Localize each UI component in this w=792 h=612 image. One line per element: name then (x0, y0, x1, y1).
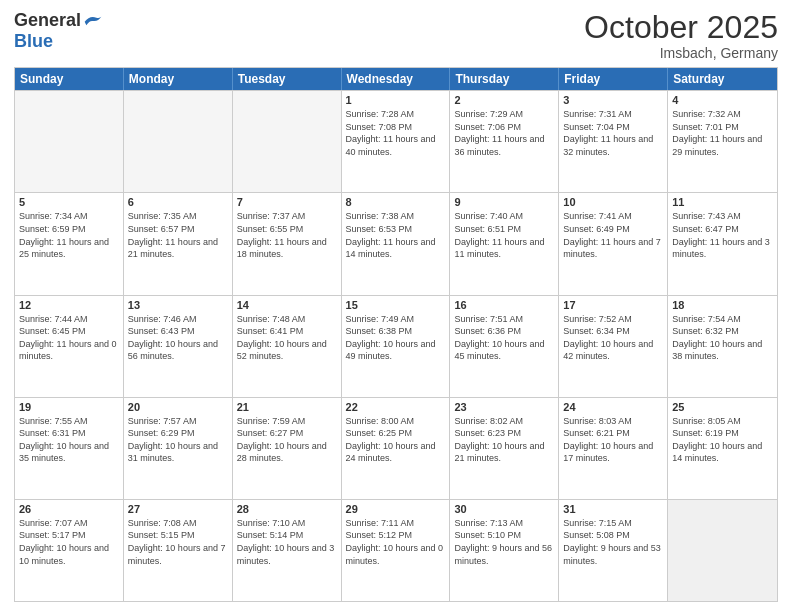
day-info: Sunrise: 7:37 AM Sunset: 6:55 PM Dayligh… (237, 210, 337, 260)
day-number: 18 (672, 299, 773, 311)
day-number: 8 (346, 196, 446, 208)
logo-blue-text: Blue (14, 31, 53, 52)
day-number: 17 (563, 299, 663, 311)
calendar-cell-day-29: 29Sunrise: 7:11 AM Sunset: 5:12 PM Dayli… (342, 500, 451, 601)
day-number: 3 (563, 94, 663, 106)
day-number: 16 (454, 299, 554, 311)
day-info: Sunrise: 7:32 AM Sunset: 7:01 PM Dayligh… (672, 108, 773, 158)
day-number: 23 (454, 401, 554, 413)
calendar-cell-day-23: 23Sunrise: 8:02 AM Sunset: 6:23 PM Dayli… (450, 398, 559, 499)
calendar-cell-day-22: 22Sunrise: 8:00 AM Sunset: 6:25 PM Dayli… (342, 398, 451, 499)
day-number: 4 (672, 94, 773, 106)
calendar-cell-day-11: 11Sunrise: 7:43 AM Sunset: 6:47 PM Dayli… (668, 193, 777, 294)
day-info: Sunrise: 8:03 AM Sunset: 6:21 PM Dayligh… (563, 415, 663, 465)
calendar-week-2: 5Sunrise: 7:34 AM Sunset: 6:59 PM Daylig… (15, 192, 777, 294)
day-number: 26 (19, 503, 119, 515)
day-number: 22 (346, 401, 446, 413)
header-sunday: Sunday (15, 68, 124, 90)
calendar-cell-day-15: 15Sunrise: 7:49 AM Sunset: 6:38 PM Dayli… (342, 296, 451, 397)
day-info: Sunrise: 7:43 AM Sunset: 6:47 PM Dayligh… (672, 210, 773, 260)
day-number: 1 (346, 94, 446, 106)
calendar-cell-empty (124, 91, 233, 192)
calendar-cell-day-13: 13Sunrise: 7:46 AM Sunset: 6:43 PM Dayli… (124, 296, 233, 397)
day-number: 7 (237, 196, 337, 208)
logo-general-text: General (14, 10, 81, 31)
calendar-cell-day-5: 5Sunrise: 7:34 AM Sunset: 6:59 PM Daylig… (15, 193, 124, 294)
day-number: 20 (128, 401, 228, 413)
logo-bird-icon (83, 13, 103, 29)
calendar-cell-empty (668, 500, 777, 601)
page: General Blue October 2025 Imsbach, Germa… (0, 0, 792, 612)
day-number: 10 (563, 196, 663, 208)
calendar-cell-day-9: 9Sunrise: 7:40 AM Sunset: 6:51 PM Daylig… (450, 193, 559, 294)
day-info: Sunrise: 7:55 AM Sunset: 6:31 PM Dayligh… (19, 415, 119, 465)
calendar-cell-day-4: 4Sunrise: 7:32 AM Sunset: 7:01 PM Daylig… (668, 91, 777, 192)
calendar-cell-empty (15, 91, 124, 192)
day-number: 25 (672, 401, 773, 413)
calendar-cell-day-8: 8Sunrise: 7:38 AM Sunset: 6:53 PM Daylig… (342, 193, 451, 294)
calendar-cell-day-25: 25Sunrise: 8:05 AM Sunset: 6:19 PM Dayli… (668, 398, 777, 499)
calendar-body: 1Sunrise: 7:28 AM Sunset: 7:08 PM Daylig… (15, 90, 777, 601)
calendar-cell-day-7: 7Sunrise: 7:37 AM Sunset: 6:55 PM Daylig… (233, 193, 342, 294)
calendar-cell-day-6: 6Sunrise: 7:35 AM Sunset: 6:57 PM Daylig… (124, 193, 233, 294)
calendar-week-1: 1Sunrise: 7:28 AM Sunset: 7:08 PM Daylig… (15, 90, 777, 192)
day-info: Sunrise: 7:54 AM Sunset: 6:32 PM Dayligh… (672, 313, 773, 363)
calendar-week-3: 12Sunrise: 7:44 AM Sunset: 6:45 PM Dayli… (15, 295, 777, 397)
day-info: Sunrise: 7:29 AM Sunset: 7:06 PM Dayligh… (454, 108, 554, 158)
day-info: Sunrise: 7:35 AM Sunset: 6:57 PM Dayligh… (128, 210, 228, 260)
day-info: Sunrise: 7:52 AM Sunset: 6:34 PM Dayligh… (563, 313, 663, 363)
day-info: Sunrise: 7:07 AM Sunset: 5:17 PM Dayligh… (19, 517, 119, 567)
day-number: 28 (237, 503, 337, 515)
day-number: 11 (672, 196, 773, 208)
calendar-cell-day-21: 21Sunrise: 7:59 AM Sunset: 6:27 PM Dayli… (233, 398, 342, 499)
day-number: 15 (346, 299, 446, 311)
header-saturday: Saturday (668, 68, 777, 90)
day-info: Sunrise: 8:02 AM Sunset: 6:23 PM Dayligh… (454, 415, 554, 465)
calendar-week-4: 19Sunrise: 7:55 AM Sunset: 6:31 PM Dayli… (15, 397, 777, 499)
calendar-cell-day-12: 12Sunrise: 7:44 AM Sunset: 6:45 PM Dayli… (15, 296, 124, 397)
day-info: Sunrise: 7:38 AM Sunset: 6:53 PM Dayligh… (346, 210, 446, 260)
header-thursday: Thursday (450, 68, 559, 90)
header-monday: Monday (124, 68, 233, 90)
day-info: Sunrise: 7:10 AM Sunset: 5:14 PM Dayligh… (237, 517, 337, 567)
calendar-cell-day-16: 16Sunrise: 7:51 AM Sunset: 6:36 PM Dayli… (450, 296, 559, 397)
calendar-cell-day-1: 1Sunrise: 7:28 AM Sunset: 7:08 PM Daylig… (342, 91, 451, 192)
day-number: 29 (346, 503, 446, 515)
month-title: October 2025 (584, 10, 778, 45)
header-tuesday: Tuesday (233, 68, 342, 90)
day-info: Sunrise: 8:00 AM Sunset: 6:25 PM Dayligh… (346, 415, 446, 465)
calendar-cell-empty (233, 91, 342, 192)
calendar-cell-day-18: 18Sunrise: 7:54 AM Sunset: 6:32 PM Dayli… (668, 296, 777, 397)
day-number: 14 (237, 299, 337, 311)
calendar-cell-day-24: 24Sunrise: 8:03 AM Sunset: 6:21 PM Dayli… (559, 398, 668, 499)
header-wednesday: Wednesday (342, 68, 451, 90)
day-info: Sunrise: 7:44 AM Sunset: 6:45 PM Dayligh… (19, 313, 119, 363)
day-number: 2 (454, 94, 554, 106)
day-number: 24 (563, 401, 663, 413)
day-info: Sunrise: 7:28 AM Sunset: 7:08 PM Dayligh… (346, 108, 446, 158)
day-info: Sunrise: 7:46 AM Sunset: 6:43 PM Dayligh… (128, 313, 228, 363)
calendar-cell-day-31: 31Sunrise: 7:15 AM Sunset: 5:08 PM Dayli… (559, 500, 668, 601)
location: Imsbach, Germany (584, 45, 778, 61)
calendar-cell-day-14: 14Sunrise: 7:48 AM Sunset: 6:41 PM Dayli… (233, 296, 342, 397)
calendar-cell-day-27: 27Sunrise: 7:08 AM Sunset: 5:15 PM Dayli… (124, 500, 233, 601)
day-info: Sunrise: 7:57 AM Sunset: 6:29 PM Dayligh… (128, 415, 228, 465)
day-info: Sunrise: 7:08 AM Sunset: 5:15 PM Dayligh… (128, 517, 228, 567)
day-info: Sunrise: 7:40 AM Sunset: 6:51 PM Dayligh… (454, 210, 554, 260)
day-number: 19 (19, 401, 119, 413)
day-info: Sunrise: 7:13 AM Sunset: 5:10 PM Dayligh… (454, 517, 554, 567)
calendar-cell-day-28: 28Sunrise: 7:10 AM Sunset: 5:14 PM Dayli… (233, 500, 342, 601)
day-number: 12 (19, 299, 119, 311)
day-number: 13 (128, 299, 228, 311)
calendar-week-5: 26Sunrise: 7:07 AM Sunset: 5:17 PM Dayli… (15, 499, 777, 601)
day-number: 9 (454, 196, 554, 208)
calendar-cell-day-3: 3Sunrise: 7:31 AM Sunset: 7:04 PM Daylig… (559, 91, 668, 192)
day-number: 30 (454, 503, 554, 515)
day-info: Sunrise: 7:41 AM Sunset: 6:49 PM Dayligh… (563, 210, 663, 260)
logo: General Blue (14, 10, 103, 52)
day-info: Sunrise: 7:15 AM Sunset: 5:08 PM Dayligh… (563, 517, 663, 567)
day-info: Sunrise: 7:49 AM Sunset: 6:38 PM Dayligh… (346, 313, 446, 363)
header-friday: Friday (559, 68, 668, 90)
day-info: Sunrise: 7:31 AM Sunset: 7:04 PM Dayligh… (563, 108, 663, 158)
calendar: Sunday Monday Tuesday Wednesday Thursday… (14, 67, 778, 602)
